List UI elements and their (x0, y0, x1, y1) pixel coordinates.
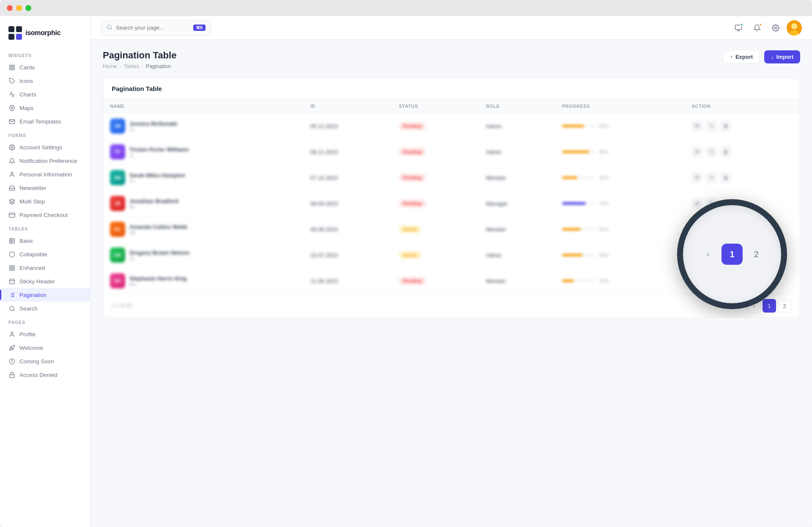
sidebar-item-label: Pagination (19, 292, 47, 298)
sidebar-item-newsletter[interactable]: Newsletter (0, 181, 91, 195)
sidebar-item-maps[interactable]: Maps (0, 101, 91, 115)
action-view[interactable]: 👁 (691, 121, 702, 132)
cell-role: Admin (479, 113, 555, 139)
col-action: ACTION (685, 99, 800, 113)
action-view[interactable]: 👁 (691, 146, 702, 157)
cell-id: 09.08.2023 (304, 217, 392, 242)
notification-button[interactable] (749, 20, 765, 36)
col-role: ROLE (479, 99, 555, 113)
cell-id: 05.12.2023 (304, 113, 392, 139)
action-delete[interactable]: 🗑 (720, 275, 731, 286)
page-header: Pagination Table Home › Tables › Paginat… (103, 50, 800, 69)
cell-name: TP Tristan Porter Williams Jr. (103, 139, 304, 165)
search-input[interactable] (116, 25, 190, 31)
action-delete[interactable]: 🗑 (720, 172, 731, 183)
sidebar-item-search[interactable]: Search (0, 302, 91, 315)
sidebar-item-label: Collapsible (19, 251, 47, 258)
window-chrome (0, 0, 812, 16)
svg-point-10 (11, 146, 13, 148)
breadcrumb-home[interactable]: Home (103, 63, 117, 69)
sidebar-item-label: Notification Preference (19, 158, 77, 164)
inbox-icon (8, 184, 15, 191)
sidebar-item-label: Access Denied (19, 372, 58, 378)
cell-name: SM Sarah Miles Hampton Sr. (103, 165, 304, 191)
cell-progress: 60% (555, 242, 685, 268)
action-edit[interactable]: ✎ (706, 275, 717, 286)
sidebar-item-coming-soon[interactable]: Coming Soon (0, 354, 91, 368)
cell-status: Pending (392, 165, 479, 191)
sidebar-item-account-settings[interactable]: Account Settings (0, 140, 91, 154)
cell-status: Pending (392, 139, 479, 165)
action-edit[interactable]: ✎ (706, 198, 717, 209)
action-delete[interactable]: 🗑 (720, 250, 731, 261)
action-delete[interactable]: 🗑 (720, 121, 731, 132)
sidebar-item-profile[interactable]: Profile (0, 327, 91, 341)
sidebar-item-charts[interactable]: Charts (0, 88, 91, 101)
sidebar-item-sticky-header[interactable]: Sticky Header (0, 274, 91, 288)
svg-rect-23 (12, 268, 14, 270)
export-button[interactable]: ↑ Export (723, 50, 760, 64)
action-view[interactable]: 👁 (691, 250, 702, 261)
sidebar-item-cards[interactable]: Cards (0, 60, 91, 74)
sidebar-item-basic[interactable]: Basic (0, 234, 91, 247)
pagination-page1[interactable]: 1 (763, 299, 776, 313)
sidebar-item-label: Email Templates (19, 118, 61, 125)
minimize-button[interactable] (16, 5, 22, 11)
sidebar-item-access-denied[interactable]: Access Denied (0, 368, 91, 382)
sidebar-item-personal-information[interactable]: Personal Information (0, 167, 91, 181)
sidebar-item-icons[interactable]: Icons (0, 74, 91, 88)
sidebar-item-welcome[interactable]: Welcome (0, 341, 91, 354)
cell-role: Member (479, 217, 555, 242)
action-view[interactable]: 👁 (691, 172, 702, 183)
action-view[interactable]: 👁 (691, 198, 702, 209)
sidebar-item-collapsible[interactable]: Collapsible (0, 247, 91, 261)
action-delete[interactable]: 🗑 (720, 224, 731, 235)
settings-button[interactable] (768, 20, 783, 36)
cell-id: 10.07.2023 (304, 242, 392, 268)
action-delete[interactable]: 🗑 (720, 146, 731, 157)
sidebar-item-label: Maps (19, 105, 33, 111)
action-view[interactable]: 👁 (691, 275, 702, 286)
kbd-badge: ⌘K (193, 25, 206, 31)
action-delete[interactable]: 🗑 (720, 198, 731, 209)
cell-action: 👁 ✎ 🗑 (685, 191, 800, 217)
svg-rect-24 (9, 279, 14, 283)
header: ⌘K (91, 16, 812, 40)
user-icon (8, 171, 15, 178)
action-view[interactable]: 👁 (691, 224, 702, 235)
sidebar-item-enhanced[interactable]: Enhanced (0, 261, 91, 274)
action-edit[interactable]: ✎ (706, 172, 717, 183)
pagination-page2[interactable]: 2 (778, 299, 791, 313)
pagination-prev[interactable]: ‹ (747, 299, 761, 313)
breadcrumb-tables[interactable]: Tables (124, 63, 139, 69)
action-edit[interactable]: ✎ (706, 224, 717, 235)
svg-marker-12 (9, 199, 15, 201)
widgets-section-label: WIDGETS (0, 48, 91, 60)
monitor-button[interactable] (731, 20, 746, 36)
maximize-button[interactable] (25, 5, 31, 11)
page-actions: ↑ Export ↓ Import (723, 50, 800, 64)
action-edit[interactable]: ✎ (706, 250, 717, 261)
brand-logo (8, 26, 22, 40)
sidebar-item-label: Search (19, 305, 38, 312)
close-button[interactable] (7, 5, 13, 11)
circle-icon (8, 251, 15, 258)
data-table: NAME ID STATUS ROLE PROGRESS ACTION JM J… (103, 99, 800, 294)
sidebar-item-multi-step[interactable]: Multi Step (0, 195, 91, 208)
svg-point-34 (11, 332, 13, 334)
sidebar-item-email-templates[interactable]: Email Templates (0, 115, 91, 128)
table-row: AC Amanda Collins Webb Ms. 09.08.2023 Ac… (103, 217, 800, 242)
action-edit[interactable]: ✎ (706, 146, 717, 157)
action-edit[interactable]: ✎ (706, 121, 717, 132)
sidebar-item-payment-checkout[interactable]: Payment Checkout (0, 208, 91, 222)
search-bar[interactable]: ⌘K (101, 20, 211, 36)
svg-rect-0 (8, 26, 14, 32)
page-title: Pagination Table (103, 50, 176, 61)
table-row: JM Jessica McDonald Sr. 05.12.2023 Pendi… (103, 113, 800, 139)
import-button[interactable]: ↓ Import (764, 50, 800, 63)
sidebar-item-pagination[interactable]: Pagination (0, 288, 91, 302)
sidebar-item-notification-preference[interactable]: Notification Preference (0, 154, 91, 167)
layout-icon (8, 278, 15, 285)
bell-icon (8, 157, 15, 164)
avatar[interactable] (787, 20, 802, 36)
